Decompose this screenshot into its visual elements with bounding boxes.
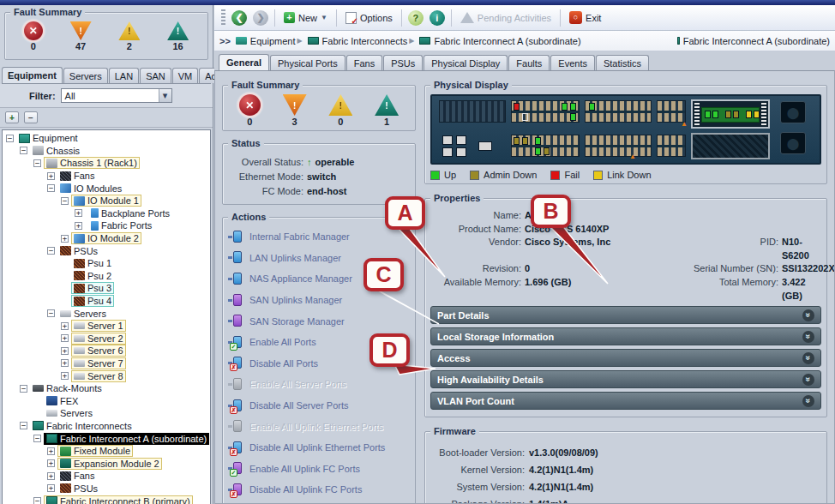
help-icon[interactable]: ? <box>408 10 424 26</box>
tree-expander[interactable] <box>47 472 55 480</box>
collapsible-section-bar[interactable]: VLAN Port Count <box>430 392 821 410</box>
content-tab[interactable]: Fans <box>346 55 382 70</box>
action-link[interactable]: Disable All Server Ports <box>228 395 410 417</box>
tree-node[interactable]: Server 2 <box>71 333 126 345</box>
tree-item[interactable]: FEX <box>3 394 210 407</box>
tree-expander[interactable] <box>61 334 69 342</box>
tree-item[interactable]: PSUs <box>3 244 210 257</box>
tree-node[interactable]: Fabric Ports <box>85 219 154 231</box>
tree-expander[interactable] <box>61 235 69 243</box>
fault-count-cell[interactable]: 16 <box>167 21 189 51</box>
tree-expander[interactable] <box>47 309 55 317</box>
tree-item[interactable]: Server 2 <box>3 333 210 345</box>
content-tab[interactable]: Statistics <box>596 55 649 70</box>
tree-item[interactable]: Servers <box>3 307 210 320</box>
action-link[interactable]: Disable All Uplink Ethernet Ports <box>228 437 410 459</box>
tree-node[interactable]: PSUs <box>57 483 100 495</box>
breadcrumb-item[interactable]: ▶ Fabric Interconnects <box>295 36 407 46</box>
tree-expander[interactable] <box>33 435 41 442</box>
tree-item[interactable]: Chassis 1 (Rack1) <box>3 157 210 170</box>
tree-node[interactable]: Servers <box>57 308 109 320</box>
tree-expander[interactable] <box>33 497 41 504</box>
tree-node[interactable]: Equipment <box>16 132 81 144</box>
tree-item[interactable]: PSUs <box>3 483 210 495</box>
collapsible-section-bar[interactable]: Access <box>430 349 821 367</box>
tree-item[interactable]: IO Modules <box>3 182 210 195</box>
tree-expander[interactable] <box>47 459 55 467</box>
tree-item[interactable]: Server 8 <box>3 369 210 382</box>
pending-activities-button[interactable]: Pending Activities <box>458 10 554 25</box>
expand-chevron-icon[interactable] <box>802 309 814 321</box>
fault-count-cell[interactable]: 47 <box>70 21 92 51</box>
tree-node[interactable]: Expansion Module 2 <box>57 458 162 470</box>
tree-expander[interactable] <box>47 447 55 455</box>
toolbar-drag-handle[interactable] <box>221 9 225 27</box>
breadcrumb-item[interactable]: ▶ Fabric Interconnect A (subordinate) <box>407 36 580 46</box>
action-link[interactable]: SAN Uplinks Manager <box>228 290 410 311</box>
tree-expander[interactable] <box>75 209 82 217</box>
tree-item[interactable]: Fabric Ports <box>3 219 210 232</box>
breadcrumb-item[interactable]: ▶ Equipment <box>236 36 296 46</box>
content-tab[interactable]: Faults <box>508 55 550 70</box>
action-link[interactable]: Enable All Uplink FC Ports <box>228 459 410 480</box>
nav-tab[interactable]: Servers <box>63 68 108 83</box>
tree-node[interactable]: Fabric Interconnect A (subordinate) <box>44 433 209 445</box>
tree-expander[interactable] <box>20 385 27 393</box>
tree-expander[interactable] <box>61 347 69 355</box>
tree-expander[interactable] <box>47 484 55 492</box>
action-link[interactable]: SAN Storage Manager <box>228 310 410 332</box>
tree-node[interactable]: Fans <box>57 170 97 182</box>
forward-icon[interactable]: ❯ <box>253 10 268 26</box>
tree-item[interactable]: Fabric Interconnect A (subordinate) <box>3 432 210 445</box>
tree-item[interactable]: Fans <box>3 470 210 483</box>
tree-item[interactable]: Fans <box>3 170 210 183</box>
tree-node[interactable]: Server 7 <box>71 357 126 369</box>
expand-chevron-icon[interactable] <box>802 331 814 343</box>
tree-node[interactable]: IO Module 2 <box>71 232 141 244</box>
tree-item[interactable]: Backplane Ports <box>3 207 210 220</box>
tree-node[interactable]: IO Module 1 <box>71 195 141 207</box>
content-tab[interactable]: Physical Ports <box>270 55 345 70</box>
fault-count-cell[interactable]: 0 <box>239 94 261 127</box>
tree-node[interactable]: Fabric Interconnects <box>30 420 135 432</box>
tree-node[interactable]: Psu 3 <box>71 282 114 294</box>
new-button[interactable]: + New ▼ <box>281 10 330 25</box>
tree-node[interactable]: IO Modules <box>57 183 124 195</box>
exit-button[interactable]: ○ Exit <box>567 9 604 26</box>
fault-count-cell[interactable]: 0 <box>24 21 43 51</box>
nav-tab[interactable]: LAN <box>109 68 139 83</box>
tree-node[interactable]: Rack-Mounts <box>30 382 105 394</box>
action-link[interactable]: Disable All Uplink FC Ports <box>228 479 410 501</box>
tree-item[interactable]: Server 1 <box>3 320 210 333</box>
physical-display-image[interactable]: ▲ ▲ <box>430 94 821 165</box>
tree-item[interactable]: Server 7 <box>3 357 210 370</box>
tree-item[interactable]: Fabric Interconnects <box>3 420 210 433</box>
tree-node[interactable]: Server 6 <box>71 345 126 357</box>
tree-item[interactable]: Psu 1 <box>3 257 210 270</box>
tree-node[interactable]: Psu 4 <box>71 295 114 307</box>
fault-count-cell[interactable]: 3 <box>283 94 307 127</box>
collapsible-section-bar[interactable]: Part Details <box>430 306 821 324</box>
tree-item[interactable]: Equipment <box>3 132 210 145</box>
fault-count-cell[interactable]: 0 <box>328 94 352 127</box>
tree-node[interactable]: Fixed Module <box>57 445 133 457</box>
collapsible-section-bar[interactable]: Local Storage Information <box>430 327 821 345</box>
tree-item[interactable]: IO Module 2 <box>3 232 210 245</box>
collapsible-section-bar[interactable]: High Availability Details <box>430 370 821 388</box>
action-link[interactable]: Internal Fabric Manager <box>228 226 410 248</box>
tree-expander[interactable] <box>33 159 41 167</box>
action-link[interactable]: Enable All Uplink Ethernet Ports <box>228 416 410 437</box>
nav-tab[interactable]: SAN <box>140 68 171 83</box>
tree-expander[interactable] <box>47 172 55 180</box>
action-link[interactable]: Enable All Server Ports <box>228 374 410 395</box>
fault-count-cell[interactable]: 1 <box>375 94 399 127</box>
tree-node[interactable]: FEX <box>44 395 81 407</box>
fault-count-cell[interactable]: 2 <box>118 21 140 51</box>
content-tab[interactable]: PSUs <box>383 55 423 70</box>
tree-node[interactable]: Chassis 1 (Rack1) <box>44 157 140 169</box>
tree-expander[interactable] <box>61 372 69 380</box>
tree-item[interactable]: Fixed Module <box>3 445 210 458</box>
expand-all-button[interactable] <box>5 111 19 123</box>
options-button[interactable]: Options <box>343 10 395 26</box>
tree-expander[interactable] <box>61 359 69 367</box>
